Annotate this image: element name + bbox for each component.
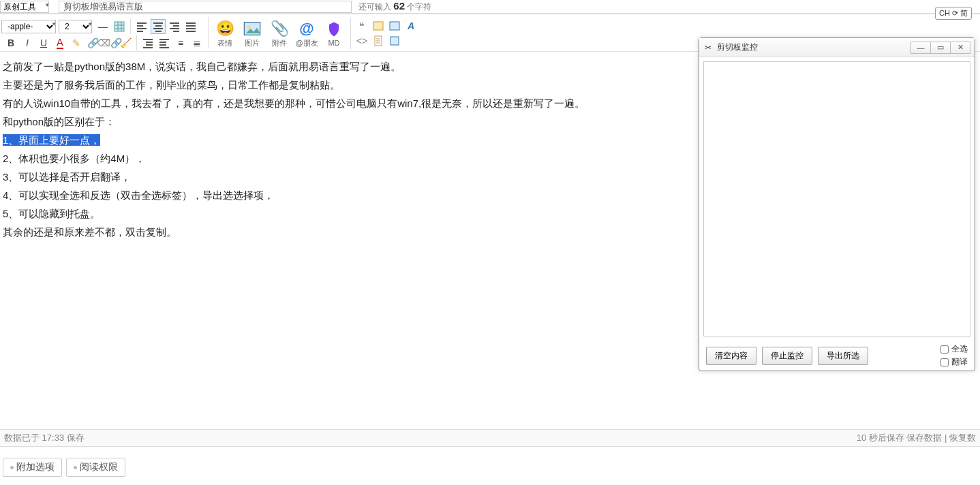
fontsize-select[interactable]: 2 bbox=[59, 20, 92, 33]
hr-icon[interactable]: — bbox=[95, 19, 110, 34]
underline-icon[interactable]: U bbox=[36, 36, 51, 50]
indent-right-icon[interactable] bbox=[157, 36, 172, 50]
scissors-icon: ✂ bbox=[703, 43, 713, 52]
maximize-button[interactable]: ▭ bbox=[930, 42, 951, 54]
align-justify-icon[interactable] bbox=[183, 19, 198, 34]
svg-rect-13 bbox=[391, 37, 399, 45]
close-button[interactable]: ✕ bbox=[950, 42, 970, 54]
image-button[interactable]: 图片 bbox=[240, 18, 264, 49]
ime-indicator[interactable]: CH ⟳ 简 bbox=[935, 7, 972, 20]
window-title: 剪切板监控 bbox=[717, 42, 758, 53]
unordered-list-icon[interactable]: ≣ bbox=[189, 36, 204, 50]
font-color-icon[interactable]: A bbox=[52, 36, 67, 50]
save-status: 数据已于 17:33 保存 bbox=[4, 432, 85, 444]
quote-icon[interactable]: ❝ bbox=[354, 18, 369, 33]
italic-icon[interactable]: I bbox=[20, 36, 35, 50]
ordered-list-icon[interactable]: ≡ bbox=[173, 36, 188, 50]
status-bar: 数据已于 17:33 保存 10 秒后保存 保存数据 | 恢复数 bbox=[0, 429, 980, 447]
minimize-button[interactable]: — bbox=[910, 42, 931, 54]
clear-format-icon[interactable]: 🧹 bbox=[118, 36, 133, 50]
attach-button[interactable]: 📎附件 bbox=[267, 18, 292, 49]
autosave-hint: 10 秒后保存 bbox=[857, 433, 904, 443]
font-style-icon[interactable]: A bbox=[403, 18, 418, 33]
stop-monitor-button[interactable]: 停止监控 bbox=[762, 347, 812, 365]
page-icon[interactable] bbox=[387, 33, 402, 48]
char-remaining: 还可输入 62 个字符 bbox=[358, 0, 431, 13]
align-center-icon[interactable] bbox=[151, 19, 166, 34]
svg-rect-7 bbox=[373, 22, 383, 30]
window-titlebar[interactable]: ✂ 剪切板监控 — ▭ ✕ bbox=[699, 38, 975, 57]
restore-data-link[interactable]: 恢复数 bbox=[949, 433, 976, 443]
unlink-icon[interactable]: ⌫🔗 bbox=[102, 36, 117, 50]
clear-button[interactable]: 清空内容 bbox=[706, 347, 756, 365]
source-icon[interactable]: <> bbox=[354, 33, 369, 48]
translate-checkbox[interactable]: 翻译 bbox=[940, 356, 968, 368]
svg-rect-8 bbox=[390, 22, 399, 30]
word-icon[interactable] bbox=[387, 18, 402, 33]
svg-point-6 bbox=[247, 25, 251, 29]
export-selected-button[interactable]: 导出所选 bbox=[818, 347, 868, 365]
emoji-button[interactable]: 😀表情 bbox=[213, 18, 237, 49]
title-input[interactable] bbox=[59, 1, 352, 13]
indent-left-icon[interactable] bbox=[140, 36, 155, 50]
category-select[interactable]: 原创工具 bbox=[0, 1, 49, 13]
select-all-checkbox[interactable]: 全选 bbox=[940, 343, 968, 355]
tab-read-permission[interactable]: 阅读权限 bbox=[66, 458, 125, 477]
markdown-button[interactable]: MD bbox=[322, 18, 346, 49]
svg-rect-0 bbox=[114, 22, 124, 31]
font-select[interactable]: -apple- bbox=[1, 20, 56, 33]
align-right-icon[interactable] bbox=[167, 19, 182, 34]
at-button[interactable]: @@朋友 bbox=[294, 18, 319, 49]
tab-extra-options[interactable]: 附加选项 bbox=[3, 458, 62, 477]
doc-icon[interactable] bbox=[371, 33, 386, 48]
highlight-icon[interactable]: ✎ bbox=[69, 36, 84, 50]
code-block-icon[interactable] bbox=[371, 18, 386, 33]
clipboard-monitor-window[interactable]: ✂ 剪切板监控 — ▭ ✕ 清空内容 停止监控 导出所选 全选 翻译 bbox=[699, 37, 975, 371]
bold-icon[interactable]: B bbox=[3, 36, 18, 50]
save-data-link[interactable]: 保存数据 bbox=[906, 433, 942, 443]
table-icon[interactable] bbox=[112, 19, 127, 34]
clipboard-list[interactable] bbox=[703, 61, 970, 337]
align-left-icon[interactable] bbox=[134, 19, 149, 34]
